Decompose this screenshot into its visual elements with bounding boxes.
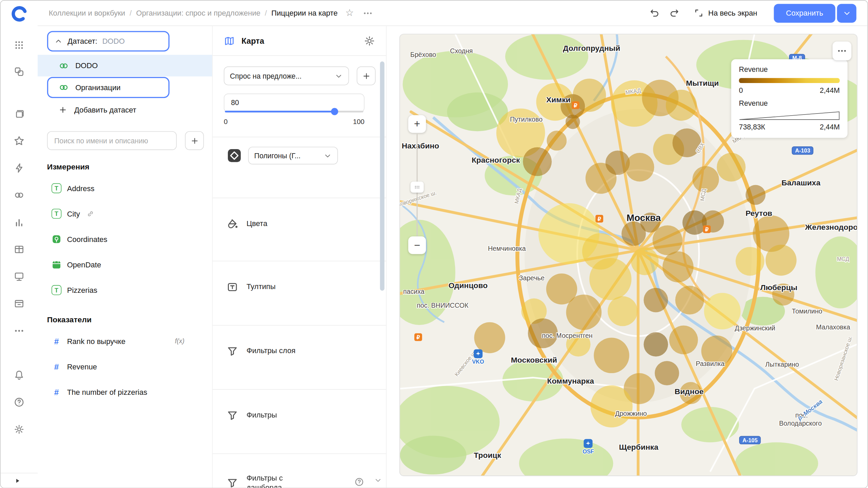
revenue-bubble[interactable] [766,245,796,276]
revenue-bubble[interactable] [566,115,580,129]
revenue-bubble[interactable] [591,385,633,427]
widgets-icon[interactable] [9,61,29,81]
favorite-star-icon[interactable]: ☆ [346,8,354,18]
revenue-bubble[interactable] [644,288,668,312]
settings-icon[interactable] [9,419,29,439]
breadcrumb-item[interactable]: Организации: спрос и предложение [136,9,260,17]
dashboards-icon[interactable] [9,266,29,286]
revenue-bubble[interactable] [702,210,724,232]
shelf-section[interactable]: Фильтры слоя [213,325,386,389]
revenue-bubble[interactable] [704,293,741,329]
connections-icon[interactable] [9,185,29,205]
favorites-icon[interactable] [9,131,29,151]
revenue-bubble[interactable] [523,147,552,176]
revenue-bubble[interactable] [736,247,765,276]
revenue-bubble[interactable] [680,382,702,404]
help-icon[interactable] [9,392,29,412]
tables-icon[interactable] [9,239,29,259]
dataset-item[interactable]: DODO [38,55,212,77]
revenue-bubble[interactable] [547,131,567,151]
workbooks-icon[interactable] [9,104,29,124]
add-layer-button[interactable] [357,66,376,85]
add-dataset-button[interactable]: Добавить датасет [38,99,212,120]
shelf-section[interactable]: Цвета [213,198,386,261]
revenue-bubble[interactable] [669,326,698,354]
zoom-out-button[interactable]: − [408,237,426,254]
save-button[interactable]: Сохранить [774,4,835,23]
divider [213,137,386,138]
breadcrumb-more-icon[interactable] [363,8,373,18]
dimension-item[interactable]: TAddress [38,176,212,201]
geotype-row: Полигоны (Г... [226,147,338,164]
revenue-bubble[interactable] [528,318,558,348]
scroll-down-icon[interactable] [374,476,382,485]
layer-opacity-control[interactable]: 80 [224,94,364,113]
charts-icon[interactable] [9,212,29,232]
revenue-bubble[interactable] [701,336,732,366]
layer-select[interactable]: Спрос на предложе... [224,66,349,85]
shelf-section[interactable]: Тултипы [213,261,386,325]
field-search-input[interactable] [47,131,177,150]
measure-item[interactable]: #Rank по выручкеf(x) [38,328,212,354]
revenue-bubble[interactable] [692,166,719,192]
revenue-bubble[interactable] [772,283,794,305]
shelf-section[interactable]: Фильтры [213,389,386,453]
revenue-bubble[interactable] [589,258,631,300]
revenue-bubble[interactable] [675,286,704,314]
revenue-bubble[interactable] [746,185,766,205]
breadcrumb: Коллекции и воркбуки/Организации: спрос … [49,9,338,17]
revenue-bubble[interactable] [631,247,659,275]
revenue-bubble[interactable] [717,153,746,182]
geotype-select[interactable]: Полигоны (Г... [248,147,338,164]
notifications-icon[interactable] [9,365,29,385]
dataset-item[interactable]: Организации [47,77,170,98]
revenue-bubble[interactable] [663,251,693,282]
map-more-button[interactable] [832,42,851,61]
add-field-button[interactable] [185,131,204,150]
storage-icon[interactable] [9,293,29,313]
collapse-rail-button[interactable] [1,474,38,487]
dataset-selector[interactable]: Датасет: DODO [47,31,170,51]
revenue-bubble[interactable] [566,332,591,357]
gear-icon[interactable] [364,35,375,46]
revenue-bubble[interactable] [666,90,697,121]
revenue-bubble[interactable] [672,128,701,157]
datalens-logo-icon[interactable] [10,5,28,23]
revenue-bubble[interactable] [566,294,602,330]
more-icon[interactable] [9,321,29,341]
apps-menu-icon[interactable] [9,35,29,55]
revenue-bubble[interactable] [644,332,668,357]
quick-actions-icon[interactable] [9,158,29,178]
dimension-item[interactable]: OpenDate [38,252,212,277]
help-circle-icon[interactable] [355,477,364,488]
dimension-item[interactable]: TCity [38,201,212,226]
geolayer-type-icon[interactable] [226,148,242,163]
revenue-bubble[interactable] [655,361,679,385]
measure-item[interactable]: #Revenue [38,354,212,379]
save-options-button[interactable] [837,4,856,23]
fullscreen-button[interactable]: На весь экран [694,8,757,18]
dimension-item[interactable]: Coordinates [38,226,212,252]
undo-icon[interactable] [649,8,659,18]
opacity-slider[interactable] [225,111,363,113]
revenue-bubble[interactable] [594,338,629,373]
opacity-slider-handle[interactable] [331,108,338,115]
dataset-selector-label: Датасет: [67,37,97,45]
shelf-section-label: Фильтры с дашборда [246,474,313,488]
revenue-bubble[interactable] [474,322,505,353]
panel-scrollbar[interactable] [380,61,384,290]
revenue-bubble[interactable] [652,225,682,255]
field-name: The number of pizzerias [67,388,147,396]
breadcrumb-item[interactable]: Пиццерии на карте [271,9,337,17]
dimension-item[interactable]: TPizzerias [38,277,212,303]
revenue-bubble[interactable] [625,153,654,182]
breadcrumb-item[interactable]: Коллекции и воркбуки [49,9,125,17]
zoom-in-button[interactable]: + [408,115,426,133]
zoom-handle[interactable] [411,182,424,193]
legend-size-max: 2,44М [820,123,840,131]
measure-item[interactable]: #The number of pizzerias [38,379,212,405]
paint-icon [226,218,238,230]
redo-icon[interactable] [669,8,679,18]
revenue-bubble[interactable] [608,296,637,326]
shelf-section[interactable]: Фильтры с дашборда [213,453,386,488]
